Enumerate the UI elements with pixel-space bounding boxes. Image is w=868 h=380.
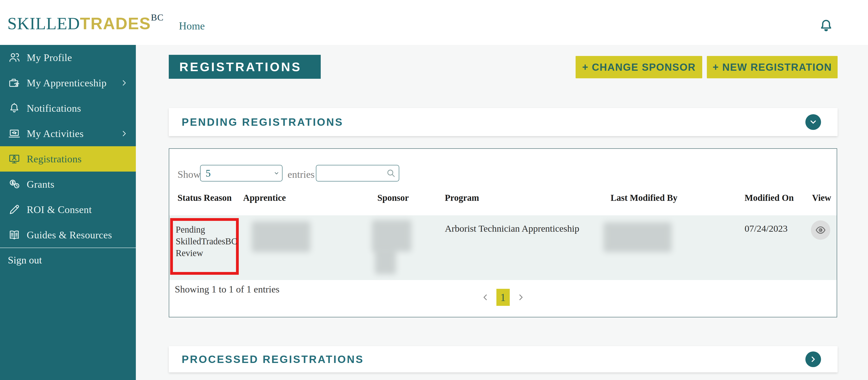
chevron-right-icon [120, 130, 128, 138]
chevron-left-icon [481, 293, 490, 301]
sidebar-item-guides-resources[interactable]: Guides & Resources [0, 222, 136, 247]
pending-registrations-title: PENDING REGISTRATIONS [182, 116, 343, 128]
monitor-person-icon [8, 152, 21, 165]
column-header-modified-on[interactable]: Modified On [745, 193, 794, 203]
logo-skilled: SKILLED [7, 14, 80, 33]
column-header-program[interactable]: Program [445, 193, 479, 203]
column-header-view[interactable]: View [812, 193, 831, 203]
sidebar-item-label: My Activities [27, 128, 84, 140]
column-header-apprentice[interactable]: Apprentice [243, 193, 286, 203]
search-input[interactable] [316, 165, 399, 181]
program-cell: Arborist Technician Apprenticeship [445, 223, 579, 234]
sidebar-nav: My Profile My Apprenticeship Notificatio… [0, 45, 136, 380]
sidebar-item-notifications[interactable]: Notifications [0, 95, 136, 121]
column-header-sponsor[interactable]: Sponsor [377, 193, 409, 203]
sidebar-item-label: Registrations [27, 153, 82, 165]
pagination: 1 [169, 289, 837, 306]
next-page-button[interactable] [517, 293, 525, 301]
sidebar-item-label: Guides & Resources [27, 229, 112, 241]
pending-registrations-table-card: Show 5 entries Status Reason Apprentice … [169, 148, 837, 317]
processed-registrations-title: PROCESSED REGISTRATIONS [182, 353, 364, 366]
previous-page-button[interactable] [481, 293, 490, 301]
page-number-button[interactable]: 1 [496, 289, 510, 306]
entries-label: entries [287, 169, 314, 180]
skilledtradesbc-logo[interactable]: SKILLEDTRADESBC [7, 12, 164, 33]
notifications-bell-icon[interactable] [818, 18, 834, 34]
page-title: REGISTRATIONS [179, 60, 302, 74]
chevron-right-icon [809, 355, 817, 364]
sponsor-cell-redacted [372, 220, 411, 252]
sidebar-item-label: ROI & Consent [27, 204, 92, 215]
status-reason-cell: Pending SkilledTradesBC Review [176, 224, 234, 259]
chevron-right-icon [120, 79, 128, 87]
last-modified-by-cell-redacted [603, 222, 672, 252]
table-search [316, 165, 399, 181]
sidebar-item-label: My Apprenticeship [27, 77, 106, 89]
sign-out-button[interactable]: Sign out [0, 248, 136, 272]
pencil-icon [8, 203, 21, 216]
chevron-down-icon [809, 118, 817, 126]
briefcase-icon [8, 77, 21, 89]
sidebar-item-label: My Profile [27, 52, 72, 64]
chevron-right-icon [517, 293, 525, 301]
coin-clock-icon [8, 178, 21, 191]
sidebar-item-grants[interactable]: Grants [0, 172, 136, 197]
processed-registrations-panel: PROCESSED REGISTRATIONS [169, 346, 838, 372]
sidebar-item-label: Grants [27, 178, 54, 190]
sidebar-item-my-apprenticeship[interactable]: My Apprenticeship [0, 70, 136, 95]
modified-on-cell: 07/24/2023 [745, 223, 788, 234]
sidebar-item-my-profile[interactable]: My Profile [0, 45, 136, 70]
show-label: Show [178, 169, 200, 180]
red-highlight-annotation: Pending SkilledTradesBC Review [170, 218, 239, 275]
sidebar-item-roi-consent[interactable]: ROI & Consent [0, 197, 136, 222]
logo-bc: BC [151, 12, 163, 23]
column-header-status-reason[interactable]: Status Reason [178, 193, 231, 203]
page-title-box: REGISTRATIONS [169, 55, 321, 79]
bell-icon [8, 102, 21, 115]
sponsor-cell-redacted [375, 250, 396, 274]
sidebar-item-label: Notifications [27, 103, 81, 114]
book-icon [8, 229, 21, 241]
eye-icon [815, 225, 826, 236]
view-registration-button[interactable] [811, 221, 830, 240]
sidebar-item-registrations[interactable]: Registrations [0, 146, 136, 172]
expand-processed-button[interactable] [805, 351, 821, 367]
column-header-last-modified-by[interactable]: Last Modified By [611, 193, 677, 203]
change-sponsor-button[interactable]: + CHANGE SPONSOR [576, 56, 702, 78]
person-icon [8, 51, 21, 64]
entries-per-page-select[interactable]: 5 [200, 165, 282, 181]
logo-trades: TRADES [80, 14, 151, 33]
sidebar-item-my-activities[interactable]: My Activities [0, 121, 136, 146]
pending-registrations-panel: PENDING REGISTRATIONS [169, 108, 838, 136]
table-row: Pending SkilledTradesBC Review Arborist … [169, 215, 837, 280]
breadcrumb-home[interactable]: Home [179, 20, 205, 32]
apprentice-cell-redacted [252, 221, 310, 252]
top-bar: SKILLEDTRADESBC Home [0, 0, 868, 45]
collapse-pending-button[interactable] [805, 114, 821, 130]
laptop-cap-icon [8, 127, 21, 140]
new-registration-button[interactable]: + NEW REGISTRATION [707, 56, 838, 78]
